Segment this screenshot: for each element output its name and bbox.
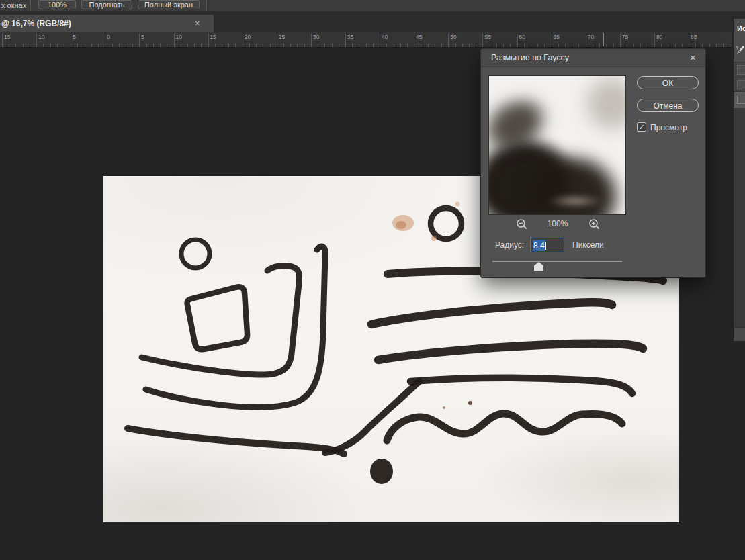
- fit-screen-button[interactable]: Подогнать: [81, 0, 132, 9]
- zoom-out-icon[interactable]: [516, 218, 528, 230]
- tab-bar: @ 16,7% (RGB/8#) ×: [0, 12, 745, 32]
- dialog-title: Размытие по Гауссу: [491, 53, 569, 62]
- history-thumbnail: [737, 95, 745, 104]
- preview-checkbox[interactable]: ✓: [637, 122, 646, 132]
- ruler-number: 5: [71, 34, 76, 40]
- gaussian-blur-dialog: Размытие по Гауссу × 100% Радиус: 8,4 Пи…: [481, 49, 705, 277]
- ruler-number: 55: [482, 34, 490, 40]
- tab-close-icon[interactable]: ×: [195, 18, 200, 28]
- radius-value-selected: 8,4: [533, 240, 545, 251]
- horizontal-ruler[interactable]: 151050510152025303540455055606570758085: [0, 32, 732, 48]
- ruler-number: 65: [552, 34, 560, 40]
- dialog-close-icon[interactable]: ×: [690, 52, 696, 63]
- ruler-number: 85: [689, 34, 697, 40]
- ruler-number: 35: [345, 34, 353, 40]
- ruler-cursor-indicator: [603, 33, 604, 46]
- ruler-number: 80: [654, 34, 662, 40]
- document-tab[interactable]: @ 16,7% (RGB/8#) ×: [0, 15, 214, 32]
- radius-input[interactable]: 8,4: [530, 238, 564, 252]
- glyph-bottom-left-stroke: [128, 428, 344, 454]
- zoom-all-windows-label[interactable]: х окнах: [1, 1, 26, 10]
- ok-button[interactable]: ОК: [637, 76, 699, 89]
- ruler-number: 10: [36, 34, 44, 40]
- glyph-fan-stroke-3: [378, 344, 643, 360]
- ruler-number: 10: [174, 34, 182, 40]
- units-label: Пиксели: [572, 240, 604, 250]
- glyph-inner-hook: [142, 265, 300, 374]
- history-panel: Ис: [733, 19, 745, 340]
- ruler-number: 50: [448, 34, 456, 40]
- zoom-100-button[interactable]: 100%: [38, 0, 76, 9]
- ruler-number: 75: [620, 34, 628, 40]
- history-thumbnail: [737, 65, 745, 75]
- dialog-titlebar[interactable]: Размытие по Гауссу ×: [481, 49, 705, 67]
- blur-preview-thumbnail[interactable]: [488, 75, 626, 215]
- toolbar-divider: [30, 0, 31, 10]
- radius-slider-handle[interactable]: [534, 262, 543, 271]
- text-caret: [545, 242, 546, 250]
- radius-slider-track[interactable]: [492, 261, 622, 262]
- ruler-number: 60: [517, 34, 525, 40]
- history-state-row-selected[interactable]: [734, 92, 745, 109]
- zoom-in-icon[interactable]: [588, 218, 601, 230]
- toolbar-divider: [206, 0, 207, 10]
- glyph-rounded-square: [187, 287, 247, 349]
- history-brush-row[interactable]: [734, 38, 745, 62]
- preview-zoom-controls: 100%: [481, 218, 634, 230]
- options-bar: х окнах 100% Подогнать Полный экран: [0, 0, 745, 12]
- ruler-number: 20: [243, 34, 251, 40]
- history-panel-footer: [734, 327, 745, 341]
- ruler-number: 15: [2, 34, 10, 40]
- history-state-row[interactable]: [734, 77, 745, 92]
- preview-checkbox-label: Просмотр: [650, 123, 687, 132]
- history-panel-title[interactable]: Ис: [734, 19, 745, 38]
- history-thumbnail: [737, 80, 745, 89]
- ruler-minor-ticks: [2, 44, 731, 47]
- ruler-number: 70: [586, 34, 594, 40]
- history-brush-icon: [735, 44, 745, 55]
- history-state-row[interactable]: [734, 62, 745, 77]
- ruler-number: 25: [277, 34, 285, 40]
- document-tab-title: @ 16,7% (RGB/8#): [1, 19, 71, 28]
- ruler-number: 15: [208, 34, 216, 40]
- full-screen-button[interactable]: Полный экран: [138, 0, 200, 9]
- radius-row: Радиус: 8,4 Пиксели: [481, 238, 705, 254]
- preview-zoom-level: 100%: [535, 219, 580, 228]
- glyph-large-circle: [431, 208, 462, 239]
- ruler-number: 30: [311, 34, 319, 40]
- cancel-button[interactable]: Отмена: [637, 99, 699, 112]
- preview-highlight: [546, 195, 603, 207]
- ruler-number: 40: [380, 34, 388, 40]
- ruler-number: 0: [105, 34, 110, 40]
- glyph-dot: [370, 459, 393, 484]
- ruler-number: 5: [139, 34, 144, 40]
- radius-label: Радиус:: [495, 240, 524, 250]
- glyph-long-stroke: [410, 378, 632, 393]
- glyph-small-circle: [181, 240, 210, 268]
- glyph-wavy-line: [387, 414, 622, 440]
- glyph-fan-stroke-2: [371, 302, 612, 324]
- ruler-number: 45: [414, 34, 422, 40]
